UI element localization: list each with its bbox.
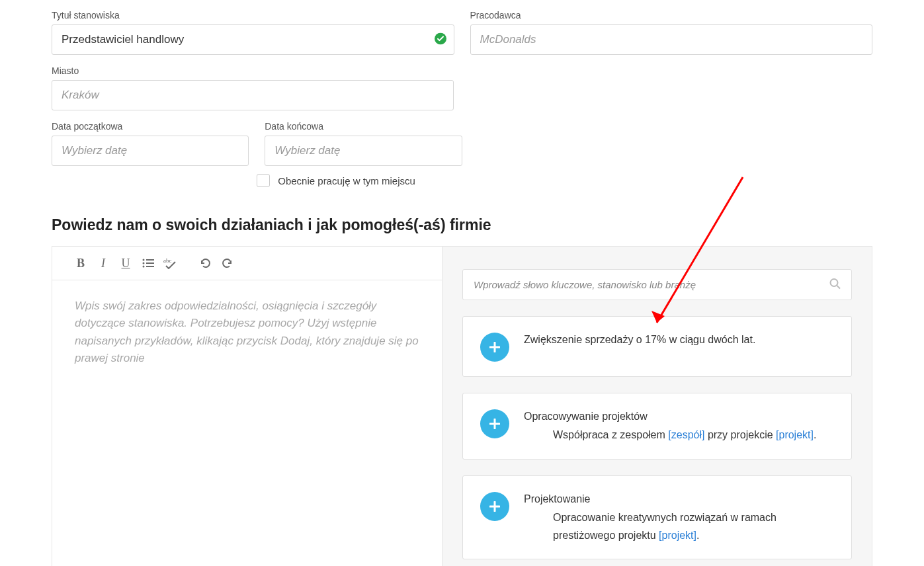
section-title: Powiedz nam o swoich działaniach i jak p… — [52, 216, 872, 234]
current-job-label: Obecnie pracuję w tym miejscu — [278, 175, 415, 186]
italic-button[interactable]: I — [93, 255, 113, 272]
svg-rect-6 — [146, 266, 154, 267]
job-title-label: Tytuł stanowiska — [52, 10, 454, 20]
suggestion-item: Opracowywanie projektów Współpraca z zes… — [462, 393, 852, 460]
suggestion-item: Zwiększenie sprzedaży o 17% w ciągu dwóc… — [462, 316, 852, 377]
suggestion-text: Projektowanie Opracowanie kreatywnych ro… — [524, 491, 834, 544]
token-link[interactable]: [projekt] — [776, 429, 814, 440]
end-date-label: Data końcowa — [265, 121, 462, 132]
svg-point-1 — [143, 259, 145, 261]
city-label: Miasto — [52, 65, 454, 76]
end-date-input[interactable] — [265, 136, 462, 166]
city-input[interactable] — [52, 80, 454, 110]
suggestion-text: Zwiększenie sprzedaży o 17% w ciągu dwóc… — [524, 331, 755, 348]
svg-line-9 — [837, 286, 841, 289]
valid-check-icon — [435, 33, 446, 47]
suggestion-text: Opracowywanie projektów Współpraca z zes… — [524, 408, 816, 444]
svg-text:abc: abc — [163, 257, 172, 264]
add-suggestion-button[interactable] — [480, 409, 509, 438]
suggestion-search-input[interactable] — [462, 269, 852, 300]
start-date-label: Data początkowa — [52, 121, 249, 132]
search-icon — [829, 278, 841, 292]
spellcheck-button[interactable]: abc — [161, 255, 181, 272]
svg-point-8 — [831, 279, 838, 286]
svg-rect-4 — [146, 263, 154, 264]
employer-input[interactable] — [470, 24, 873, 55]
editor-placeholder: Wpis swój zakres odpowiedzialności, osią… — [75, 298, 419, 367]
suggestion-item: Projektowanie Opracowanie kreatywnych ro… — [462, 475, 852, 559]
bold-button[interactable]: B — [71, 255, 91, 272]
svg-point-5 — [143, 266, 145, 268]
underline-button[interactable]: U — [116, 255, 136, 272]
svg-rect-2 — [146, 259, 154, 261]
start-date-input[interactable] — [52, 136, 249, 166]
token-link[interactable]: [projekt] — [659, 530, 696, 541]
add-suggestion-button[interactable] — [480, 333, 509, 362]
undo-button[interactable] — [195, 255, 215, 272]
add-suggestion-button[interactable] — [480, 492, 509, 521]
current-job-checkbox[interactable] — [257, 174, 270, 187]
token-link[interactable]: [zespół] — [668, 429, 704, 440]
editor-textarea[interactable]: Wpis swój zakres odpowiedzialności, osią… — [52, 280, 442, 565]
editor-toolbar: B I U abc — [52, 247, 442, 280]
employer-label: Pracodawca — [470, 10, 873, 20]
job-title-input[interactable] — [52, 24, 454, 55]
svg-point-3 — [143, 263, 145, 264]
bullet-list-button[interactable] — [138, 255, 158, 272]
redo-button[interactable] — [218, 255, 237, 272]
